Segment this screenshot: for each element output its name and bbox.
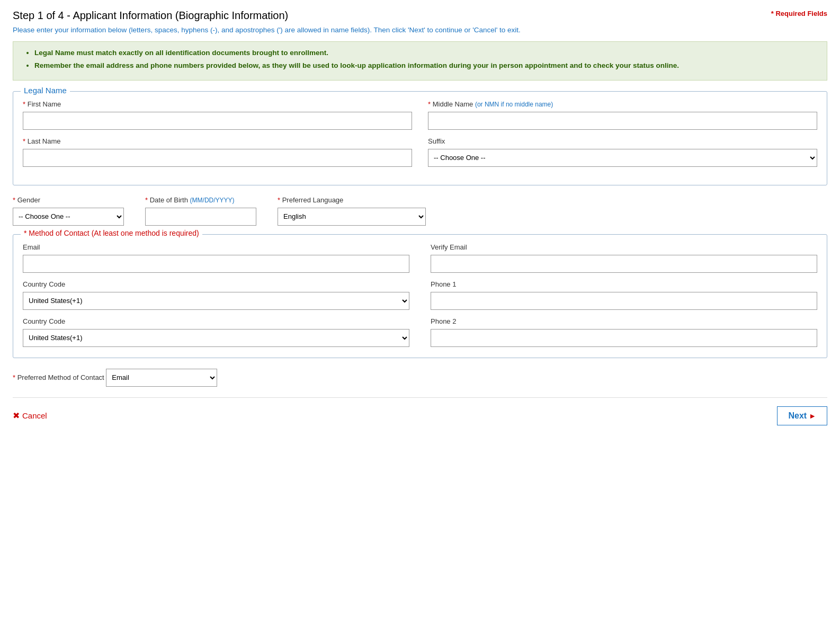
dob-star: * [145, 196, 148, 204]
last-name-input[interactable] [23, 149, 412, 167]
dob-group: * Date of Birth (MM/DD/YYYY) [145, 196, 256, 226]
legal-name-section: Legal Name * First Name * Middle Name (o… [13, 91, 827, 185]
next-button[interactable]: Next ► [777, 406, 827, 425]
gender-star: * [13, 196, 15, 204]
country-code-label-2: Country Code [23, 317, 409, 325]
middle-name-group: * Middle Name (or NMN if no middle name) [428, 100, 817, 130]
suffix-label: Suffix [428, 137, 817, 145]
page-title: Step 1 of 4 - Applicant Information (Bio… [13, 10, 288, 22]
gender-label: * Gender [13, 196, 124, 204]
middle-name-star: * [428, 100, 431, 108]
legal-name-label: Legal Name [21, 86, 70, 95]
info-bullet-2: Remember the email address and phone num… [34, 61, 817, 71]
country-code-select-2[interactable]: United States(+1) Canada(+1) Mexico(+52)… [23, 329, 409, 347]
suffix-select[interactable]: -- Choose One -- Jr. Sr. II III IV [428, 149, 817, 167]
cancel-x-icon: ✖ [13, 411, 20, 421]
phone1-input[interactable] [431, 292, 817, 310]
verify-email-input[interactable] [431, 255, 817, 273]
middle-name-label: * Middle Name (or NMN if no middle name) [428, 100, 817, 108]
email-label: Email [23, 243, 409, 251]
first-name-star: * [23, 100, 25, 108]
cancel-button[interactable]: ✖ Cancel [13, 411, 47, 421]
contact-section-label: * Method of Contact (At least one method… [21, 229, 202, 237]
required-fields-label: Required Fields [775, 10, 827, 17]
country-code-group-1: Country Code United States(+1) Canada(+1… [23, 280, 409, 310]
contact-section: * Method of Contact (At least one method… [13, 234, 827, 358]
gender-select[interactable]: -- Choose One -- Male Female Unknown [13, 208, 124, 226]
first-name-input[interactable] [23, 112, 412, 130]
email-group: Email [23, 243, 409, 273]
required-fields-note: * Required Fields [771, 10, 827, 17]
phone2-label: Phone 2 [431, 317, 817, 325]
instruction-text: Please enter your information below (let… [13, 26, 827, 34]
verify-email-label: Verify Email [431, 243, 817, 251]
last-name-label: * Last Name [23, 137, 412, 145]
demographics-row: * Gender -- Choose One -- Male Female Un… [13, 196, 827, 226]
preferred-language-select[interactable]: English Spanish French Chinese Other [278, 208, 426, 226]
last-name-star: * [23, 137, 25, 145]
gender-group: * Gender -- Choose One -- Male Female Un… [13, 196, 124, 226]
next-arrow-icon: ► [809, 412, 816, 420]
email-input[interactable] [23, 255, 409, 273]
dob-note: (MM/DD/YYYY) [190, 197, 235, 204]
country-code-group-2: Country Code United States(+1) Canada(+1… [23, 317, 409, 347]
suffix-group: Suffix -- Choose One -- Jr. Sr. II III I… [428, 137, 817, 167]
pref-lang-star: * [278, 196, 280, 204]
country-code-select-1[interactable]: United States(+1) Canada(+1) Mexico(+52)… [23, 292, 409, 310]
page-header: Step 1 of 4 - Applicant Information (Bio… [13, 10, 827, 22]
required-star: * [771, 10, 774, 17]
country-code-label-1: Country Code [23, 280, 409, 288]
info-bullet-1: Legal Name must match exactly on all ide… [34, 48, 817, 58]
last-name-group: * Last Name [23, 137, 412, 167]
info-box: Legal Name must match exactly on all ide… [13, 41, 827, 81]
dob-input[interactable] [145, 208, 256, 226]
middle-name-input[interactable] [428, 112, 817, 130]
contact-grid: Email Verify Email Country Code United S… [23, 243, 817, 347]
preferred-contact-select[interactable]: Email Phone [106, 369, 217, 387]
phone2-group: Phone 2 [431, 317, 817, 347]
footer-bar: ✖ Cancel Next ► [13, 397, 827, 425]
dob-label: * Date of Birth (MM/DD/YYYY) [145, 196, 256, 204]
next-label: Next [788, 411, 807, 421]
preferred-contact-label: * Preferred Method of Contact [13, 373, 106, 381]
verify-email-group: Verify Email [431, 243, 817, 273]
phone1-label: Phone 1 [431, 280, 817, 288]
pref-contact-star: * [13, 373, 15, 381]
name-row-1: * First Name * Middle Name (or NMN if no… [23, 100, 817, 130]
phone2-input[interactable] [431, 329, 817, 347]
phone1-group: Phone 1 [431, 280, 817, 310]
first-name-group: * First Name [23, 100, 412, 130]
preferred-contact-row: * Preferred Method of Contact Email Phon… [13, 369, 827, 387]
middle-name-note: (or NMN if no middle name) [475, 101, 553, 108]
first-name-label: * First Name [23, 100, 412, 108]
preferred-language-label: * Preferred Language [278, 196, 426, 204]
preferred-language-group: * Preferred Language English Spanish Fre… [278, 196, 426, 226]
name-row-2: * Last Name Suffix -- Choose One -- Jr. … [23, 137, 817, 167]
cancel-label: Cancel [22, 411, 47, 420]
